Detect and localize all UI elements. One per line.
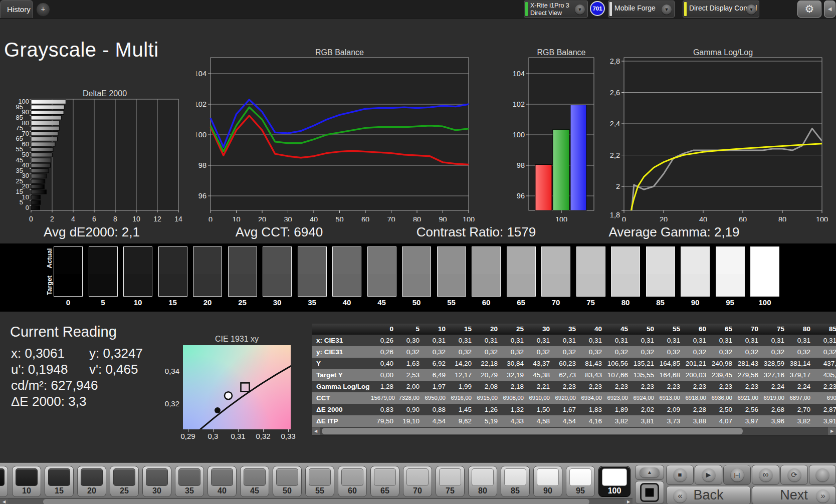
scroll-left-icon[interactable]: ◀ — [0, 498, 8, 504]
display-control-dropdown[interactable]: Direct Display Control ▼ — [683, 1, 759, 18]
pattern-scrollbar-thumb[interactable] — [43, 499, 589, 504]
pattern-window-button[interactable] — [635, 481, 664, 504]
svg-text:2: 2 — [50, 215, 54, 223]
table-col-75: 75 — [762, 324, 788, 335]
pattern-up-button[interactable]: ▲ — [635, 465, 664, 480]
luminance-badge[interactable]: 701 — [590, 1, 605, 16]
step-button-50[interactable]: 50 — [273, 466, 302, 497]
step-swatch — [113, 468, 135, 486]
step-swatch — [439, 468, 461, 486]
single-measure-button[interactable]: |–| — [723, 465, 751, 485]
gear-icon[interactable]: ⚙ — [797, 1, 821, 18]
chevron-down-icon[interactable]: ▼ — [746, 5, 756, 15]
step-button-15[interactable]: 15 — [45, 466, 74, 497]
step-button-90[interactable]: 90 — [533, 466, 562, 497]
deltae-bar-60 — [31, 142, 55, 146]
workflow-dropdown[interactable]: Mobile Forge ▼ — [608, 1, 675, 18]
table-cell: 3,97 — [736, 415, 762, 427]
next-button[interactable]: Next » — [752, 486, 836, 504]
step-label: 20 — [78, 486, 106, 495]
meter-dropdown[interactable]: X-Rite i1Pro 3Direct View ▼ — [524, 1, 588, 18]
meter-label: X-Rite i1Pro 3Direct View — [530, 2, 569, 17]
table-col-40: 40 — [579, 324, 605, 335]
table-cell: 1,83 — [579, 404, 605, 415]
scroll-right-icon[interactable]: ▶ — [828, 427, 836, 435]
table-cell: 240,98 — [710, 358, 736, 369]
gray-swatch-label: 30 — [263, 298, 292, 307]
table-scrollbar-thumb[interactable] — [322, 428, 743, 434]
svg-text:98: 98 — [198, 161, 206, 169]
back-button[interactable]: « Back — [666, 486, 751, 504]
table-col-50: 50 — [632, 324, 658, 335]
blank-mode-button[interactable] — [809, 465, 836, 485]
stop-button[interactable]: ■ — [666, 465, 694, 485]
actual-row-label: Actual — [46, 243, 53, 274]
step-button-70[interactable]: 70 — [403, 466, 432, 497]
gray-swatch-70 — [541, 246, 570, 297]
step-swatch — [146, 468, 168, 486]
table-row-label: Target Y — [312, 369, 371, 381]
table-row-label: ΔE 2000 — [312, 404, 371, 415]
gray-swatch-75 — [576, 246, 605, 297]
deltae-bar-30 — [31, 174, 47, 178]
gray-swatch-55 — [437, 246, 466, 297]
step-button-95[interactable]: 95 — [566, 466, 595, 497]
continuous-measure-button[interactable]: ∞ — [752, 465, 779, 485]
table-cell: 690 — [814, 392, 836, 404]
table-cell: 0,26 — [371, 346, 397, 358]
table-cell: 107,66 — [605, 369, 632, 381]
gray-swatch-label: 40 — [332, 298, 361, 307]
table-cell: 0,32 — [788, 346, 814, 358]
step-button-85[interactable]: 85 — [501, 466, 530, 497]
table-cell: 6,92 — [423, 358, 449, 369]
table-scrollbar[interactable]: ◀ ▶ — [312, 427, 836, 435]
stop-icon: ■ — [674, 468, 687, 481]
step-button-25[interactable]: 25 — [110, 466, 139, 497]
step-button-20[interactable]: 20 — [77, 466, 106, 497]
table-row: x: CIE310,260,300,310,310,310,310,310,31… — [312, 335, 836, 346]
table-cell: 30,84 — [501, 358, 527, 369]
scroll-right-icon[interactable]: ▶ — [624, 498, 633, 504]
table-cell: 3,96 — [762, 415, 788, 427]
add-tab-button[interactable]: + — [36, 3, 50, 17]
table-cell: 106,56 — [605, 358, 632, 369]
step-button-80[interactable]: 80 — [468, 466, 497, 497]
step-button-[interactable] — [0, 466, 8, 497]
table-cell: 0,31 — [814, 335, 836, 346]
step-swatch — [244, 468, 266, 486]
step-button-55[interactable]: 55 — [305, 466, 334, 497]
chevron-down-icon[interactable]: ▼ — [662, 5, 672, 15]
chevron-down-icon[interactable]: ▼ — [575, 5, 585, 15]
cie-xtick: 0,33 — [277, 432, 299, 440]
target-row-label: Target — [46, 271, 53, 301]
collapse-panel-icon[interactable]: ◀ — [824, 1, 835, 18]
table-col-85: 85 — [814, 324, 836, 335]
reading-u: u': 0,1948 — [11, 362, 68, 377]
step-button-10[interactable]: 10 — [12, 466, 41, 497]
step-button-65[interactable]: 65 — [370, 466, 399, 497]
step-button-30[interactable]: 30 — [142, 466, 171, 497]
step-button-40[interactable]: 40 — [207, 466, 237, 497]
table-cell: 6915,00 — [475, 392, 501, 404]
pattern-scrollbar[interactable]: ◀ ▶ — [0, 498, 633, 504]
step-button-45[interactable]: 45 — [240, 466, 269, 497]
table-cell: 2,87 — [814, 404, 836, 415]
table-cell: 0,30 — [397, 335, 423, 346]
table-cell: 1,63 — [397, 358, 423, 369]
table-cell: 0,31 — [632, 335, 658, 346]
next-chevrons-icon: » — [816, 489, 829, 502]
step-label: 70 — [403, 486, 432, 495]
deltae-bar-15 — [31, 190, 46, 194]
step-button-partial[interactable] — [0, 466, 8, 497]
table-cell: 0,32 — [762, 346, 788, 358]
step-button-100[interactable]: 100 — [598, 466, 631, 497]
step-button-35[interactable]: 35 — [175, 466, 204, 497]
step-label: 30 — [143, 486, 171, 495]
scroll-left-icon[interactable]: ◀ — [312, 427, 320, 435]
tab-history-1[interactable]: History 1 — [0, 0, 33, 18]
up-arrow-icon: ▲ — [640, 467, 660, 477]
loop-button[interactable]: ⟳ — [780, 465, 808, 485]
play-button[interactable]: ▶ — [695, 465, 722, 485]
step-button-60[interactable]: 60 — [338, 466, 367, 497]
step-button-75[interactable]: 75 — [436, 466, 465, 497]
